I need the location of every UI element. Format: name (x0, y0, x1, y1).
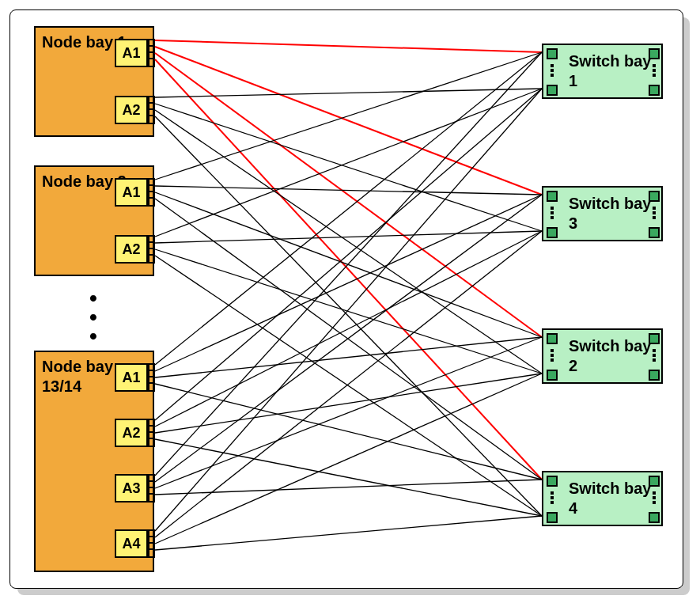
connection-wires (10, 10, 683, 588)
diagram-stage: Node bay 1 A1 A2 Node bay 2 A1 A2 • • • … (0, 0, 700, 603)
svg-line-21 (155, 231, 542, 427)
svg-line-23 (155, 439, 542, 516)
svg-line-25 (155, 195, 542, 482)
svg-line-7 (155, 116, 542, 516)
svg-line-29 (155, 231, 542, 537)
svg-line-18 (155, 337, 542, 377)
svg-line-0 (155, 40, 542, 52)
svg-line-14 (155, 249, 542, 374)
svg-line-17 (155, 195, 542, 371)
svg-line-28 (155, 89, 542, 531)
svg-line-6 (155, 110, 542, 374)
svg-line-20 (155, 89, 542, 420)
svg-line-27 (155, 480, 542, 495)
svg-line-30 (155, 374, 542, 544)
svg-line-12 (155, 89, 542, 237)
svg-line-4 (155, 89, 542, 97)
svg-line-9 (155, 186, 542, 195)
svg-line-5 (155, 104, 542, 231)
diagram-frame: Node bay 1 A1 A2 Node bay 2 A1 A2 • • • … (9, 9, 683, 589)
svg-line-22 (155, 374, 542, 433)
svg-line-31 (155, 516, 542, 550)
svg-line-16 (155, 52, 542, 365)
svg-line-1 (155, 47, 542, 195)
